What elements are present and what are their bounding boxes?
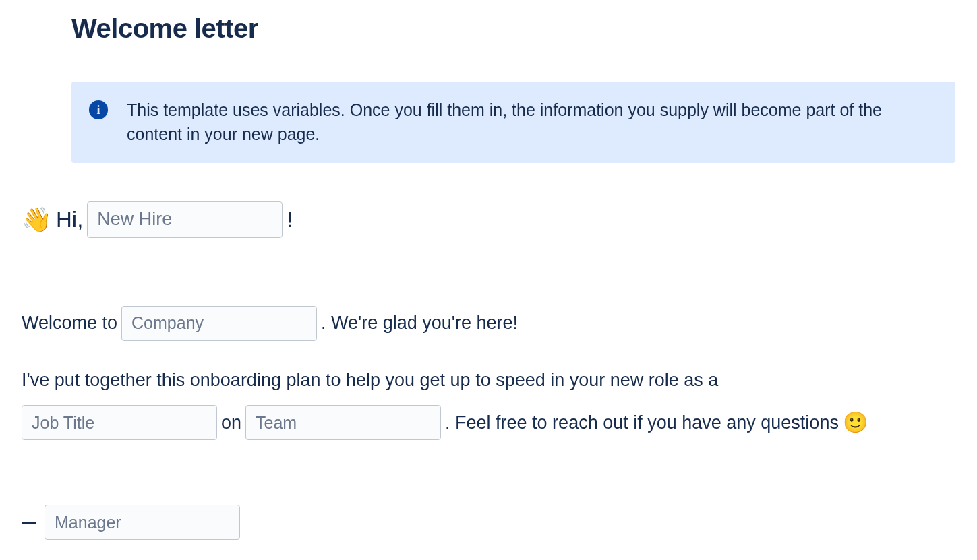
wave-icon: 👋 [22,208,52,232]
greeting-exclaim: ! [287,201,293,239]
dash-icon [22,522,36,524]
welcome-line: Welcome to . We're glad you're here! [22,306,955,341]
job-title-input[interactable] [22,405,217,440]
info-icon: i [89,100,108,119]
plan-suffix: . Feel free to reach out if you have any… [445,408,839,439]
company-input[interactable] [121,306,317,341]
welcome-prefix: Welcome to [22,308,117,339]
smile-icon: 🙂 [843,412,868,433]
new-hire-input[interactable] [87,201,283,238]
plan-on: on [221,408,241,439]
manager-input[interactable] [45,505,240,540]
page-title: Welcome letter [71,13,955,44]
signoff-line [22,505,955,540]
welcome-suffix: . We're glad you're here! [321,308,518,339]
plan-intro: I've put together this onboarding plan t… [22,365,718,396]
plan-role-line: on . Feel free to reach out if you have … [22,405,955,440]
plan-intro-line: I've put together this onboarding plan t… [22,365,955,396]
info-banner-text: This template uses variables. Once you f… [127,98,928,147]
team-input[interactable] [245,405,441,440]
greeting-line: 👋 Hi, ! [22,201,955,239]
greeting-hi: Hi, [56,201,83,239]
info-banner: i This template uses variables. Once you… [71,82,955,163]
